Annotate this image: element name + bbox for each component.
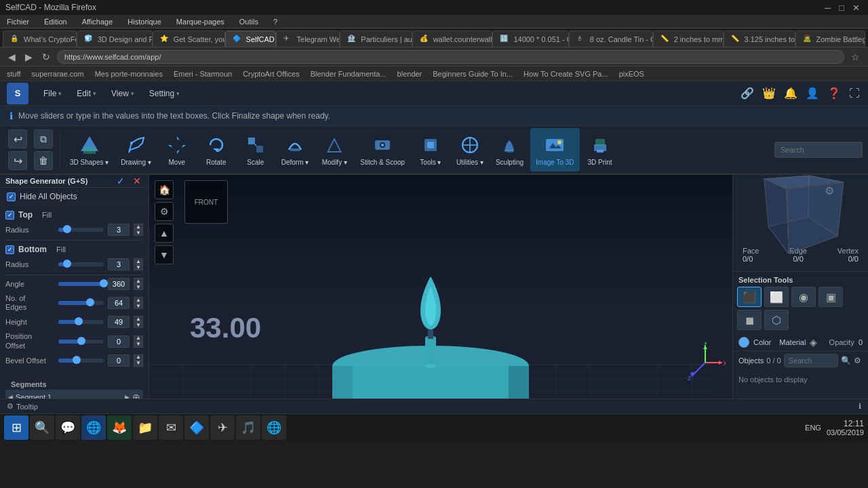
tab-3ddesign[interactable]: 🧊 3D Design and Pr... ✕: [77, 30, 153, 47]
angle-down[interactable]: ▼: [134, 284, 143, 290]
height-slider[interactable]: [58, 320, 104, 324]
tab-particuliers[interactable]: 🏦 Particuliers | aul... ✕: [340, 30, 412, 47]
toolbar-scale[interactable]: Scale: [237, 128, 275, 171]
bevel-slider[interactable]: [58, 359, 104, 363]
height-thumb[interactable]: [75, 317, 83, 325]
tab-zombie[interactable]: 🧟 Zombie Battleg... ✕: [795, 30, 865, 47]
angle-thumb[interactable]: [100, 279, 108, 287]
top-radius-thumb[interactable]: [63, 225, 71, 233]
menu-marques-pages[interactable]: Marque-pages: [174, 16, 227, 27]
segment-add-icon[interactable]: ⊕: [132, 392, 140, 399]
segment-right-arrow[interactable]: ▶: [125, 394, 130, 399]
select-vertex-btn[interactable]: ◉: [791, 287, 816, 307]
bottom-radius-slider[interactable]: [58, 262, 104, 266]
tab-candle[interactable]: 🕯 8 oz. Candle Tin - Ca... ✕: [569, 30, 653, 47]
position-value[interactable]: 0: [108, 336, 130, 348]
position-slider[interactable]: [58, 340, 104, 344]
close-btn[interactable]: ✕: [850, 1, 863, 14]
panel-close-btn[interactable]: ✕: [131, 175, 143, 187]
delete-btn[interactable]: 🗑: [34, 151, 53, 170]
objects-settings-btn[interactable]: ⚙: [854, 356, 861, 365]
edges-up[interactable]: ▲: [134, 297, 143, 303]
menu-aide[interactable]: ?: [271, 16, 280, 27]
start-btn[interactable]: ⊞: [4, 415, 28, 440]
back-btn[interactable]: ◀: [5, 50, 18, 64]
bevel-thumb[interactable]: [73, 356, 81, 364]
select-lasso-btn[interactable]: ⬡: [764, 310, 789, 330]
reload-btn[interactable]: ↻: [39, 50, 53, 64]
copy-btn[interactable]: ⧉: [34, 129, 53, 148]
forward-btn[interactable]: ▶: [22, 50, 35, 64]
bookmark-emeri[interactable]: Emeri - Starmoun: [171, 69, 235, 79]
toolbar-rotate[interactable]: Rotate: [197, 128, 235, 171]
taskbar-misc1[interactable]: 🎵: [236, 415, 260, 440]
angle-slider[interactable]: [58, 282, 104, 286]
toolbar-drawing[interactable]: Drawing ▾: [115, 128, 156, 171]
panel-confirm-btn[interactable]: ✓: [115, 175, 127, 187]
taskbar-telegram[interactable]: ✈: [210, 415, 235, 440]
toolbar-tools[interactable]: Tools ▾: [412, 128, 450, 171]
bottom-fill-checkbox[interactable]: ✓: [5, 245, 14, 254]
bookmark-stuff[interactable]: stuff: [4, 69, 24, 79]
select-box-btn[interactable]: ⬛: [737, 287, 762, 307]
bookmark-pixeos[interactable]: pixEOS: [616, 69, 647, 79]
home-btn[interactable]: 🏠: [155, 180, 174, 199]
taskbar-misc2[interactable]: 🌐: [262, 415, 286, 440]
redo-btn[interactable]: ↪: [8, 151, 27, 170]
segment-left-arrow[interactable]: ◀: [8, 394, 13, 399]
bottom-radius-value[interactable]: 3: [108, 258, 130, 270]
height-value[interactable]: 49: [108, 316, 130, 328]
bottom-radius-down[interactable]: ▼: [134, 264, 143, 270]
maximize-btn[interactable]: □: [836, 1, 847, 14]
undo-btn[interactable]: ↩: [8, 129, 27, 148]
height-down[interactable]: ▼: [134, 322, 143, 328]
hide-all-checkbox[interactable]: ✓: [7, 192, 16, 201]
edges-down[interactable]: ▼: [134, 303, 143, 309]
toolbar-image-to-3d[interactable]: Image To 3D: [530, 128, 580, 171]
search-icon-btn[interactable]: 🔍: [841, 356, 851, 365]
tab-inches2[interactable]: 📏 3.125 inches to ... ✕: [724, 30, 795, 47]
share-btn[interactable]: 🔗: [739, 85, 755, 101]
material-icon[interactable]: ◈: [810, 337, 817, 348]
taskbar-search[interactable]: 🔍: [30, 415, 54, 440]
toolbar-deform[interactable]: Deform ▾: [276, 128, 315, 171]
menu-fichier[interactable]: Fichier: [4, 16, 32, 27]
bookmark-portemonnais[interactable]: Mes porte-monnaies: [92, 69, 165, 79]
help-btn[interactable]: ❓: [826, 85, 842, 101]
toolbar-3dprint[interactable]: 3D Print: [581, 128, 619, 171]
taskbar-mail[interactable]: ✉: [159, 415, 183, 440]
menu-file[interactable]: File ▾: [37, 86, 68, 101]
toolbar-utilities[interactable]: Utilities ▾: [451, 128, 489, 171]
bottom-radius-thumb[interactable]: [63, 260, 71, 268]
color-dot[interactable]: [738, 337, 749, 348]
nav-cube[interactable]: [774, 180, 828, 235]
bookmark-blender[interactable]: blender: [395, 69, 425, 79]
position-down[interactable]: ▼: [134, 342, 143, 348]
tab-scatter[interactable]: ⭐ Get Scatter, you... ✕: [153, 30, 225, 47]
bevel-down[interactable]: ▼: [134, 361, 143, 367]
tab-calc[interactable]: 🔢 14000 * 0.051 - G... ✕: [492, 30, 568, 47]
toolbar-search[interactable]: [774, 142, 863, 158]
select-face-btn[interactable]: ▣: [818, 287, 843, 307]
toolbar-move[interactable]: Move: [158, 128, 196, 171]
menu-view[interactable]: View ▾: [104, 86, 141, 101]
toolbar-3dshapes[interactable]: 3D Shapes ▾: [64, 128, 114, 171]
menu-setting[interactable]: Setting ▾: [142, 86, 186, 101]
taskbar-cortana[interactable]: 💬: [56, 415, 80, 440]
bookmark-btn[interactable]: ☆: [848, 50, 863, 64]
bookmark-cryptoart[interactable]: CryptoArt Offices: [240, 69, 302, 79]
menu-outils[interactable]: Outils: [237, 16, 261, 27]
bookmark-beginners[interactable]: Beginners Guide To In...: [430, 69, 515, 79]
edges-value[interactable]: 64: [108, 297, 130, 309]
address-input[interactable]: [57, 50, 844, 64]
bookmark-blenderfund[interactable]: Blender Fundamenta...: [308, 69, 389, 79]
bell-btn[interactable]: 🔔: [783, 85, 799, 101]
toolbar-modify[interactable]: Modify ▾: [315, 128, 353, 171]
menu-historique[interactable]: Historique: [125, 16, 164, 27]
edges-slider[interactable]: [58, 301, 104, 305]
search-input[interactable]: [784, 354, 838, 367]
taskbar-blender[interactable]: 🔷: [184, 415, 209, 440]
select-edge-btn[interactable]: ⬜: [764, 287, 789, 307]
taskbar-firefox[interactable]: 🦊: [107, 415, 132, 440]
menu-edit[interactable]: Edit ▾: [70, 86, 103, 101]
